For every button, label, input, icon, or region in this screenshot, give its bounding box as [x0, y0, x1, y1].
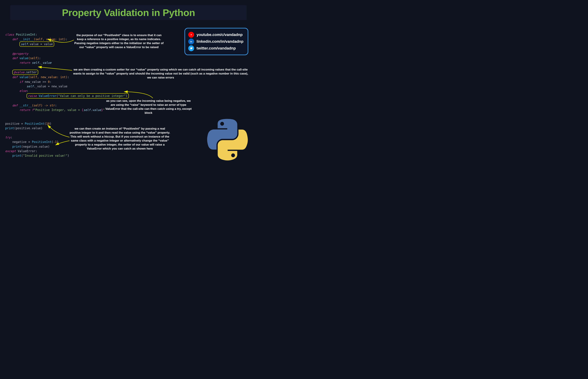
youtube-icon: [188, 32, 194, 38]
valueerror: ValueError: [37, 94, 56, 98]
brace: }: [101, 108, 103, 112]
linkedin-label: linkedin.com/in/vandadnp: [197, 39, 244, 44]
params-init: (self, value: int): [34, 37, 66, 41]
print-args: (negative.value): [21, 145, 50, 148]
highlight-setter-decorator: @value.setter: [12, 70, 38, 75]
num-neg1: -1: [53, 140, 57, 144]
decorator-setter: .setter: [24, 71, 37, 74]
colon: :: [35, 33, 37, 36]
highlight-raise: raise ValueError("Value can only be a po…: [27, 93, 129, 98]
fstring-part2: ": [103, 108, 105, 112]
kw-raise: raise: [28, 94, 37, 98]
decorator-value: @value: [14, 71, 24, 74]
kw-def: def: [12, 75, 18, 79]
twitter-icon: [188, 45, 194, 51]
colon: :: [67, 75, 69, 79]
colon: :: [50, 80, 51, 83]
kw-try: try: [5, 136, 11, 139]
colon: :: [35, 149, 37, 153]
annotation-4: we can then create an instance of “Posit…: [69, 127, 171, 151]
paren: (: [51, 140, 53, 144]
var-positive: positive =: [5, 122, 25, 126]
params-str: (self) -> str: [32, 104, 55, 107]
f-prefix: f: [30, 108, 33, 112]
num-10: 10: [46, 122, 49, 126]
assign: ._value = new_value: [34, 85, 67, 88]
paren: ): [67, 154, 69, 157]
linkedin-icon: in: [188, 39, 194, 45]
assign-value: .value = value: [28, 42, 53, 46]
annotation-3: as you can see, upon the incoming value …: [105, 99, 192, 115]
except-type: ValueError: [16, 149, 35, 153]
decorator-property: @property: [12, 52, 28, 55]
annotation-1: the purpose of our “PositiveInt” class i…: [73, 33, 165, 49]
page-title: Property Validation in Python: [16, 7, 241, 18]
var-negative: negative =: [12, 140, 32, 144]
youtube-label: youtube.com/c/vandadnp: [197, 32, 243, 37]
paren: (: [56, 94, 58, 98]
kw-def: def: [12, 56, 18, 60]
error-print-string: "Invalid positive value!": [23, 154, 67, 157]
colon: :: [55, 104, 57, 107]
brace: {: [82, 108, 83, 112]
fstring-part1: "Positive Integer, value =: [34, 108, 82, 112]
num-zero: 0: [48, 80, 50, 83]
kw-if: if: [19, 80, 23, 83]
call-print: print: [12, 154, 21, 157]
fn-str: __str__: [18, 104, 32, 107]
colon: :: [11, 136, 12, 139]
kw-class: class: [5, 33, 14, 36]
call-positiveint: PositiveInt: [25, 122, 45, 126]
colon: :: [27, 89, 28, 93]
error-string: "Value can only be a positive integer": [58, 94, 126, 98]
python-logo-icon: [207, 119, 248, 160]
class-name: PositiveInt: [14, 33, 35, 36]
fn-value-setter: value: [18, 75, 28, 79]
cond: new_value >=: [23, 80, 48, 83]
return-selfvalue: self._value: [30, 61, 51, 64]
paren: ): [50, 122, 51, 126]
kw-return: return: [19, 61, 30, 64]
call-positiveint: PositiveInt: [32, 140, 52, 144]
kw-except: except: [5, 149, 16, 153]
selfvalue: self.value: [83, 108, 101, 112]
highlight-self-value: self.value = value: [19, 42, 54, 47]
kw-else: else: [19, 89, 27, 93]
title-bar: Property Validation in Python: [10, 5, 247, 20]
linkedin-link[interactable]: in linkedin.com/in/vandadnp: [188, 39, 244, 45]
call-print: print: [5, 126, 14, 130]
print-args: (positive.value): [14, 126, 43, 130]
colon: :: [66, 37, 67, 41]
params-getter: (self): [28, 56, 39, 60]
self-kw: self: [27, 85, 34, 88]
twitter-link[interactable]: twitter.com/vandadnp: [188, 45, 244, 51]
kw-def: def: [12, 37, 18, 41]
params-setter: (self, new_value: int): [28, 75, 67, 79]
kw-return: return: [19, 108, 30, 112]
twitter-label: twitter.com/vandadnp: [197, 46, 236, 50]
self-kw: self: [21, 42, 28, 46]
fn-init: __init__: [18, 37, 34, 41]
annotation-2: we are then creating a custom setter for…: [72, 68, 249, 80]
social-links-box: youtube.com/c/vandadnp in linkedin.com/i…: [185, 28, 248, 55]
youtube-link[interactable]: youtube.com/c/vandadnp: [188, 32, 244, 38]
paren: ): [126, 94, 127, 98]
paren: (: [44, 122, 46, 126]
call-print: print: [12, 145, 21, 148]
fn-value-getter: value: [18, 56, 28, 60]
paren: ): [57, 140, 59, 144]
paren: (: [21, 154, 23, 157]
svg-text:in: in: [190, 40, 192, 43]
colon: :: [39, 56, 41, 60]
kw-def: def: [12, 104, 18, 107]
